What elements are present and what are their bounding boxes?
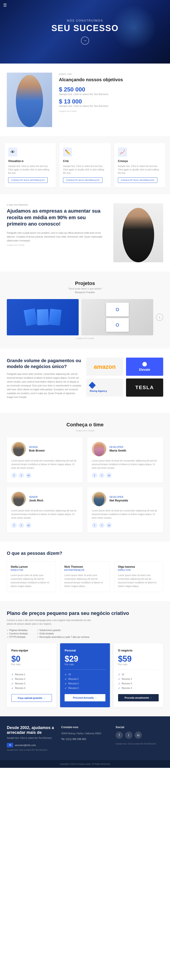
project-item-1 <box>7 299 79 336</box>
team-avatar-face-3 <box>94 493 105 506</box>
footer-social-instagram[interactable]: in <box>135 732 142 739</box>
carousel-next-button[interactable]: › <box>156 313 163 321</box>
testimonial-name-0: Stella Larson <box>11 565 52 568</box>
pricing-amount-0: $0 <box>11 655 52 663</box>
social-instagram-0[interactable]: in <box>26 473 31 478</box>
hero-title: SEU SUCESSO <box>51 24 119 33</box>
social-facebook-0[interactable]: f <box>11 473 17 478</box>
team-card-header-0: DESIGN Bob Brown <box>11 442 78 456</box>
social-instagram-2[interactable]: in <box>26 523 31 528</box>
team-grid: DESIGN Bob Brown Lorem ipsum dolor sit a… <box>7 437 163 533</box>
team-card-3: DEVELOPER Nel Reynolds Lorem ipsum dolor… <box>87 487 163 533</box>
elevate-logo-circle <box>142 362 147 366</box>
hamburger-icon[interactable]: ☰ <box>3 3 7 8</box>
pricing-feature-2-1: ✓Recurso 2 <box>118 677 159 681</box>
business-card-inner-2 <box>116 323 119 326</box>
team-info-0: DESIGN Bob Brown <box>29 446 44 452</box>
team-avatar-face-2 <box>13 493 24 506</box>
testimonials-section: O que as pessoas dizem? Stella Larson DI… <box>0 542 170 601</box>
pricing-text: Comece a usar o site como homepage para … <box>7 619 97 626</box>
footer-email[interactable]: amostro@info.com <box>15 744 36 746</box>
social-facebook-3[interactable]: f <box>92 523 97 528</box>
social-twitter-1[interactable]: t <box>99 473 105 478</box>
team-name-1: Maria Smith <box>110 449 126 452</box>
whatwedo-content: o que nos fazemos Ajudamos as empresas a… <box>7 203 106 246</box>
testimonial-card-0: Stella Larson DIRECTOR Lorem ipsum dolor… <box>7 562 56 592</box>
whatwedo-title: Ajudamos as empresas a aumentar sua rece… <box>7 208 106 228</box>
social-facebook-2[interactable]: f <box>11 523 17 528</box>
social-twitter-0[interactable]: t <box>19 473 24 478</box>
stat-label-1: Sample text. Click to select the Text El… <box>59 93 163 95</box>
whatwedo-image <box>113 203 163 262</box>
pricing-feature-1-1: ✓Recurso 2 <box>65 677 105 681</box>
whatwedo-label: o que nos fazemos <box>7 203 106 206</box>
footer-sample-text: Sample text. Click to select the Text El… <box>7 749 54 751</box>
pricing-cta-1[interactable]: Proceed Annually → <box>65 694 105 702</box>
pricing-card-2: O negócio $59 Por mês ✓15 ✓Recurso 2 ✓Re… <box>114 643 163 707</box>
pricing-amount-1: $29 <box>65 655 105 663</box>
team-credit: Imagens por Freepik <box>7 430 163 432</box>
team-title: Conheça o time <box>7 422 163 428</box>
footer-brand-subtitle: Sample text. Click to select the Text El… <box>7 737 54 739</box>
pricing-cta-0[interactable]: Faça upload gratuito → <box>11 694 52 702</box>
book-2 <box>37 309 49 325</box>
business-card-2 <box>106 318 129 332</box>
footer-social-twitter[interactable]: t <box>125 732 132 739</box>
team-role-1: DEVELOPER <box>110 446 126 449</box>
pricing-feature-right-2: ✓ Renovação automática a cada 7 dias por… <box>37 635 89 639</box>
team-text-0: Lorem ipsum dolor sit amet ele consectet… <box>11 459 78 470</box>
hero-subtitle: nós construímos <box>51 19 119 22</box>
stat-amount-2: $ 13 000 <box>59 98 163 105</box>
pricing-feature-2-3: ✓Recurso 4 <box>118 686 159 690</box>
social-twitter-3[interactable]: t <box>99 523 105 528</box>
feature-btn-1[interactable]: Consulte Mais informação <box>63 177 102 183</box>
social-twitter-2[interactable]: t <box>19 523 24 528</box>
business-card <box>106 303 129 316</box>
team-avatar-1 <box>92 442 106 456</box>
rising-label: Rising Agency <box>90 390 107 392</box>
social-instagram-3[interactable]: in <box>106 523 112 528</box>
pricing-feature-0-1: ✓Recurso 2 <box>11 677 52 681</box>
projects-credit: Imagens de Freepik <box>7 337 163 339</box>
logos-text-body: Parágrafo aqui lorem dolor sit amet, con… <box>7 372 82 399</box>
social-instagram-1[interactable]: in <box>106 473 112 478</box>
feature-icon-0: 👁 <box>8 148 17 157</box>
footer-social-facebook[interactable]: f <box>116 732 123 739</box>
testimonials-grid: Stella Larson DIRECTOR Lorem ipsum dolor… <box>7 562 163 592</box>
feature-text-1: Sample text. Click to select the text bo… <box>63 164 107 175</box>
team-avatar-face-0 <box>13 443 24 456</box>
projects-carousel: › <box>7 299 163 336</box>
pricing-cta-2[interactable]: Proceda anualmente → <box>118 694 159 702</box>
team-name-0: Bob Brown <box>29 449 44 452</box>
team-socials-3: f t in <box>92 523 159 528</box>
team-info-2: SENIOR Jonh Rich <box>29 496 43 502</box>
feature-text-0: Sample text. Click to select the text bo… <box>8 164 52 175</box>
logo-tesla: TESLA <box>126 379 163 397</box>
pricing-title: Plano de preços pequeno para seu negócio… <box>7 610 163 617</box>
footer-copyright: Copyright © 2024 Company Name. All Right… <box>60 763 110 765</box>
testimonial-card-1: Nick Thomson ENTREPRENEUR Lorem ipsum do… <box>60 562 110 592</box>
social-facebook-1[interactable]: f <box>92 473 97 478</box>
feature-icon-1: ✏️ <box>63 148 72 157</box>
team-role-2: SENIOR <box>29 496 43 498</box>
logos-section: Grande volume de pagamentos ou modelo de… <box>0 348 170 413</box>
team-info-1: DEVELOPER Maria Smith <box>110 446 126 452</box>
team-card-header-1: DEVELOPER Maria Smith <box>92 442 159 456</box>
projects-quote: "Você pode fazer o que quiser" <box>7 287 163 290</box>
logo-amazon: amazon <box>86 358 123 376</box>
team-role-0: DESIGN <box>29 446 44 449</box>
hero-arrow-button[interactable]: → <box>81 37 89 45</box>
pricing-intro: Plano de preços pequeno para seu negócio… <box>7 610 163 639</box>
feature-btn-2[interactable]: Consulte Mais informação <box>118 177 157 183</box>
feature-btn-0[interactable]: Consulte Mais informação <box>8 177 48 183</box>
feature-card-0: 👁 Visualize-o Sample text. Click to sele… <box>5 143 56 188</box>
project-card-img <box>81 299 153 336</box>
pricing-grid: Para equipe $0 Por mês ✓Recurso 1 ✓Recur… <box>7 643 163 707</box>
team-card-2: SENIOR Jonh Rich Lorem ipsum dolor sit a… <box>7 487 83 533</box>
feature-title-1: Crie <box>63 159 107 163</box>
pricing-plan-name-1: Pessoal <box>65 649 105 652</box>
book-3 <box>49 309 62 326</box>
team-avatar-0 <box>11 442 26 456</box>
footer-socials: f t in <box>116 732 163 739</box>
testimonial-name-2: Olga Ivanova <box>118 565 159 568</box>
